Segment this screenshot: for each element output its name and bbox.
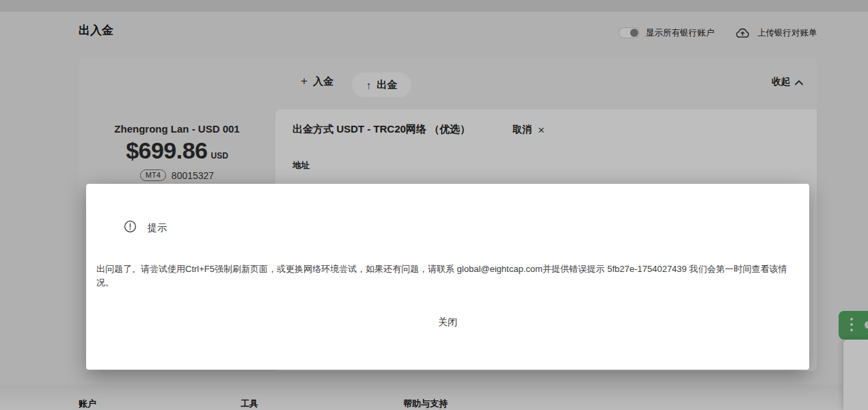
error-dialog-header: 提示 — [124, 220, 167, 236]
error-dialog-footer: 关闭 — [86, 311, 809, 334]
modal-close-button[interactable]: 关闭 — [426, 311, 470, 334]
error-dialog-title: 提示 — [148, 222, 167, 234]
alert-circle-icon — [124, 220, 137, 236]
error-dialog: 提示 出问题了。请尝试使用Ctrl+F5强制刷新页面，或更换网络环境尝试，如果还… — [86, 184, 809, 370]
error-message: 出问题了。请尝试使用Ctrl+F5强制刷新页面，或更换网络环境尝试，如果还有问题… — [96, 262, 799, 290]
